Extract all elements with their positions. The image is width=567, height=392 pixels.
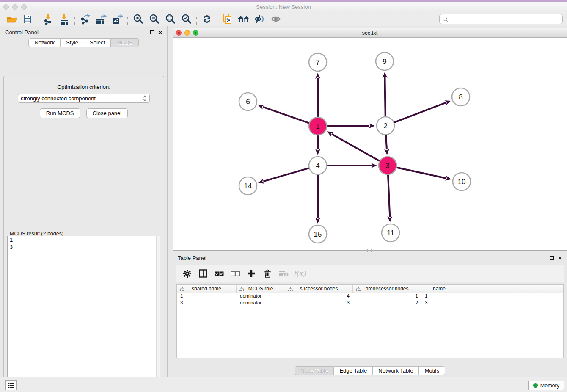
unselect-all-columns-button[interactable] [228,267,242,280]
import-network-icon [43,14,53,25]
fx-icon: f(x) [293,269,306,278]
checked-boxes-icon [215,271,224,276]
panel-splitter-grip[interactable] [168,196,171,204]
memory-button[interactable]: Memory [528,381,564,390]
plus-icon [248,270,255,277]
open-session-button[interactable] [3,13,19,25]
close-panel-button[interactable]: Close panel [86,108,128,118]
network-window-titlebar[interactable]: × − + scc.txt [173,28,567,38]
column-header-MCDS-role[interactable]: MCDS role [237,285,285,293]
table-cell: 3 [177,300,237,306]
mcds-result-box: MCDS result (2 nodes) 13 [6,234,162,392]
table-panel: Table Panel × [173,252,567,375]
table-header-row: shared nameMCDS rolesuccessor nodesprede… [177,285,563,293]
search-input[interactable] [450,16,562,22]
zoom-fit-button[interactable] [162,13,178,25]
table-toolbar: f(x) [176,265,564,282]
memory-label: Memory [540,383,559,389]
export-network-button[interactable] [77,13,93,25]
graph-node-label: 15 [314,230,322,238]
duplicate-network-icon [223,13,233,25]
eye-slash-icon [254,14,265,24]
zoom-selected-button[interactable] [178,13,194,25]
import-network-button[interactable] [40,13,56,25]
function-builder-button[interactable]: f(x) [292,267,307,280]
window-title: Session: New Session [0,4,567,10]
control-panel-maximize-icon[interactable] [150,30,154,34]
tab-style[interactable]: Style [61,38,84,47]
zoom-in-icon [133,14,143,24]
table-cell: dominator [237,300,285,306]
dropdown-stepper-icon [143,95,147,101]
columns-icon [199,269,207,278]
result-item[interactable]: 1 [8,236,160,243]
save-session-button[interactable] [19,13,36,25]
column-header-label: successor nodes [300,286,338,292]
graph-edge-2-8[interactable] [386,103,446,126]
hide-selected-button[interactable] [252,13,268,25]
tab-motifs[interactable]: Motifs [419,366,445,375]
criterion-dropdown[interactable]: strongly connected component [18,94,150,103]
run-mcds-button[interactable]: Run MCDS [40,108,80,118]
tab-node-table[interactable]: Node Table [295,366,334,375]
table-body: 1dominator4113dominator323 [177,293,563,306]
first-neighbors-button[interactable] [236,13,252,25]
graph-canvas[interactable]: 7968124314101511 [173,38,567,250]
table-cell: 3 [285,300,353,306]
table-cell: dominator [237,293,285,300]
show-all-button[interactable] [268,13,284,25]
column-header-predecessor-nodes[interactable]: predecessor nodes [353,285,421,293]
task-history-button[interactable] [5,380,17,390]
table-row[interactable]: 3dominator323 [177,300,563,306]
optimization-criterion-label: Optimization criterion: [4,84,164,90]
open-folder-icon [6,14,17,24]
tab-network[interactable]: Network [28,38,61,47]
graph-edge-3-1[interactable] [332,134,387,165]
network-view-window: × − + scc.txt 7968124314101511 [173,28,567,251]
import-table-button[interactable] [56,13,72,25]
show-column-button[interactable] [196,267,210,280]
export-table-button[interactable] [93,13,109,25]
network-window-title: scc.txt [173,30,567,36]
trash-icon [264,269,271,278]
mcds-tab-content: Optimization criterion: strongly connect… [3,76,164,392]
duplicate-network-button[interactable] [220,13,236,25]
table-panel-maximize-icon[interactable] [550,256,554,260]
result-scrollbar[interactable] [156,236,160,392]
zoom-in-button[interactable] [130,13,146,25]
mcds-result-list[interactable]: 13 [7,236,160,392]
column-header-label: shared name [192,286,221,292]
graph-node-label: 11 [387,229,394,237]
table-panel-close-icon[interactable]: × [558,255,562,261]
refresh-button[interactable] [199,13,215,25]
zoom-out-button[interactable] [146,13,162,25]
search-box[interactable] [439,14,563,24]
unchecked-boxes-icon [231,271,240,276]
graph-edge-3-10[interactable] [388,166,446,178]
import-table-icon [59,14,69,25]
control-panel-close-icon[interactable]: × [158,29,162,36]
control-panel-tabs: NetworkStyleSelectMCDS [0,38,167,47]
create-column-button[interactable] [244,267,259,280]
select-all-columns-button[interactable] [212,267,226,280]
tab-mcds[interactable]: MCDS [111,38,138,47]
result-item[interactable]: 3 [8,243,160,251]
delete-column-button[interactable] [260,267,275,280]
export-image-button[interactable] [109,13,125,25]
column-header-name[interactable]: name [421,285,457,293]
graph-node-label: 4 [316,162,319,170]
table-cell: 1 [353,293,421,300]
tab-select[interactable]: Select [84,38,111,47]
tab-edge-table[interactable]: Edge Table [334,366,373,375]
tab-network-table[interactable]: Network Table [373,366,419,375]
zoom-out-icon [149,14,160,24]
status-bar: Memory [0,377,567,392]
table-options-button[interactable] [180,267,194,280]
search-icon [442,16,448,22]
delete-table-button[interactable] [276,267,291,280]
column-type-icon [239,287,244,291]
column-header-shared-name[interactable]: shared name [177,285,237,293]
column-header-successor-nodes[interactable]: successor nodes [285,285,353,293]
zoom-selected-icon [181,14,192,24]
table-row[interactable]: 1dominator411 [177,293,563,300]
